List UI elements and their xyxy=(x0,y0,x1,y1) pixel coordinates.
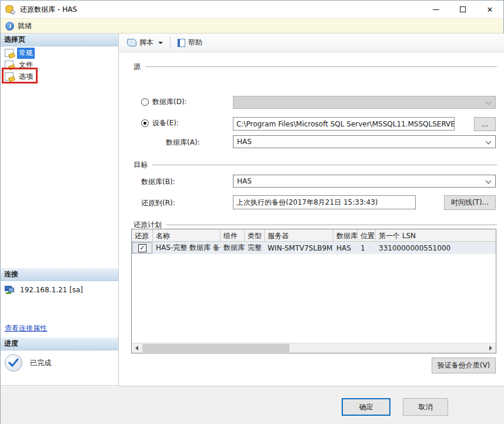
connection-header: 连接 xyxy=(1,268,118,281)
source-group-header: 源 xyxy=(133,62,497,72)
backup-sets-table: 还原 名称 组件 类型 服务器 数据库 位置 第一个 LSN ✓ HAS-完整 … xyxy=(131,229,496,353)
close-icon: ✕ xyxy=(487,6,493,14)
table-header-row: 还原 名称 组件 类型 服务器 数据库 位置 第一个 LSN xyxy=(132,229,496,242)
sidebar-item-files-label: 文件 xyxy=(17,59,35,71)
verify-backup-media-label: 验证备份介质(V) xyxy=(438,360,490,370)
restore-to-value: 上次执行的备份(2017年8月21日 15:33:43) xyxy=(236,198,378,208)
scroll-right-button[interactable] xyxy=(486,343,496,353)
horizontal-scrollbar[interactable] xyxy=(132,343,496,353)
close-button[interactable]: ✕ xyxy=(476,1,503,18)
maximize-icon xyxy=(460,6,466,12)
source-db-select[interactable]: HAS xyxy=(233,135,496,148)
table-row[interactable]: ✓ HAS-完整 数据库 备份 数据库 完整 WIN-SMTV7SLB9M7 H… xyxy=(132,242,496,254)
progress-header-label: 进度 xyxy=(4,339,18,349)
toolbar-separator xyxy=(170,37,171,49)
progress-header: 进度 xyxy=(1,338,118,350)
col-header-server[interactable]: 服务器 xyxy=(265,229,333,241)
target-db-combo[interactable]: HAS xyxy=(233,175,496,188)
cancel-button-label: 取消 xyxy=(419,402,433,412)
source-database-radio-row: 数据库(D): xyxy=(141,97,187,107)
target-db-row: 数据库(B): xyxy=(141,177,175,187)
script-button-label: 脚本 xyxy=(139,38,153,48)
divider xyxy=(152,165,497,165)
col-header-position[interactable]: 位置 xyxy=(358,229,376,241)
target-db-label: 数据库(B): xyxy=(141,177,175,187)
restore-database-icon xyxy=(5,5,16,15)
col-header-type[interactable]: 类型 xyxy=(245,229,265,241)
divider xyxy=(145,66,497,67)
done-check-icon xyxy=(5,354,22,372)
col-header-component[interactable]: 组件 xyxy=(221,229,245,241)
browse-button-label: ... xyxy=(482,120,488,128)
chevron-down-icon xyxy=(486,99,492,105)
target-db-value: HAS xyxy=(237,177,252,185)
database-radio[interactable] xyxy=(141,98,149,106)
minimize-button[interactable] xyxy=(422,1,449,18)
verify-backup-media-button[interactable]: 验证备份介质(V) xyxy=(432,358,496,373)
ok-button-label: 确定 xyxy=(359,402,373,412)
page-icon xyxy=(5,49,14,57)
col-header-database[interactable]: 数据库 xyxy=(333,229,358,241)
progress-status-row: 已完成 xyxy=(1,353,118,373)
select-page-header: 选择页 xyxy=(1,34,118,46)
cell-position: 1 xyxy=(358,243,376,253)
source-database-combo xyxy=(233,96,496,109)
sidebar-item-general[interactable]: 常规 xyxy=(1,47,118,59)
cell-database: HAS xyxy=(333,243,358,253)
script-scroll-icon xyxy=(127,39,136,46)
help-button[interactable]: 帮助 xyxy=(174,36,206,49)
help-book-icon xyxy=(178,39,185,47)
script-button[interactable]: 脚本 xyxy=(124,36,166,49)
info-icon: i xyxy=(5,22,14,31)
title-bar: 还原数据库 - HAS ✕ xyxy=(1,1,503,18)
restore-database-dialog: 还原数据库 - HAS ✕ i 就绪 选择页 常规 文件 选项 连接 192.1 xyxy=(0,0,504,424)
general-page-content: 源 数据库(D): 设备(E): C:\Program Files\Micros… xyxy=(119,52,504,386)
device-path-value: C:\Program Files\Microsoft SQL Server\MS… xyxy=(236,120,455,128)
cell-server: WIN-SMTV7SLB9M7 xyxy=(265,243,333,253)
device-path-input[interactable]: C:\Program Files\Microsoft SQL Server\MS… xyxy=(233,117,455,131)
browse-button[interactable]: ... xyxy=(474,117,496,131)
restore-to-label: 还原到(R): xyxy=(141,198,175,208)
sidebar-item-files[interactable]: 文件 xyxy=(1,59,118,71)
divider xyxy=(166,225,497,225)
window-title: 还原数据库 - HAS xyxy=(20,5,77,15)
scroll-right-icon xyxy=(489,346,492,350)
page-icon xyxy=(5,72,14,81)
page-icon xyxy=(5,61,14,69)
cancel-button[interactable]: 取消 xyxy=(403,398,448,416)
ok-button[interactable]: 确定 xyxy=(342,398,390,416)
device-radio-row: 设备(E): xyxy=(141,118,179,128)
footer-bar: 确定 取消 xyxy=(1,386,504,424)
timeline-button[interactable]: 时间线(T)... xyxy=(444,195,496,210)
scroll-left-button[interactable] xyxy=(132,343,142,353)
col-header-restore[interactable]: 还原 xyxy=(132,229,153,241)
status-text: 就绪 xyxy=(18,21,32,31)
col-header-name[interactable]: 名称 xyxy=(153,229,221,241)
restore-to-input[interactable]: 上次执行的备份(2017年8月21日 15:33:43) xyxy=(233,195,416,209)
main-panel: 脚本 帮助 源 数据库(D): xyxy=(119,34,504,386)
scrollbar-thumb[interactable] xyxy=(142,344,289,352)
sidebar-item-options[interactable]: 选项 xyxy=(1,71,118,82)
source-db-select-value: HAS xyxy=(237,138,252,146)
sidebar-item-options-label: 选项 xyxy=(17,71,35,82)
col-header-first-lsn[interactable]: 第一个 LSN xyxy=(376,229,496,241)
device-radio[interactable] xyxy=(141,119,149,127)
restore-to-row: 还原到(R): xyxy=(141,198,175,208)
toolbar: 脚本 帮助 xyxy=(119,34,504,52)
device-radio-label: 设备(E): xyxy=(152,118,179,128)
cell-type: 完整 xyxy=(245,242,265,254)
restore-checkbox[interactable]: ✓ xyxy=(138,244,146,252)
progress-status-text: 已完成 xyxy=(28,358,53,369)
chevron-down-icon xyxy=(486,178,492,184)
select-page-header-label: 选择页 xyxy=(4,35,25,45)
maximize-button[interactable] xyxy=(449,1,476,18)
sidebar: 选择页 常规 文件 选项 连接 192.168.1.21 [sa] 查看连接属性… xyxy=(1,34,119,386)
database-radio-label: 数据库(D): xyxy=(152,97,187,107)
view-connection-properties-link[interactable]: 查看连接属性 xyxy=(5,323,47,333)
source-db-select-row: 数据库(A): xyxy=(166,138,200,148)
connection-server: 192.168.1.21 [sa] xyxy=(1,284,118,296)
window-controls: ✕ xyxy=(422,1,503,18)
minimize-icon xyxy=(433,9,439,10)
cell-first-lsn: 3310000000551000 xyxy=(376,243,496,253)
view-connection-properties[interactable]: 查看连接属性 xyxy=(1,322,118,334)
